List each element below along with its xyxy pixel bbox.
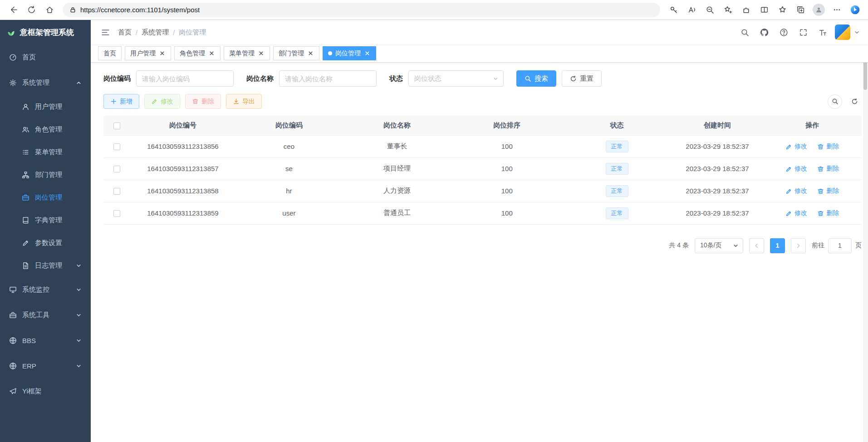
collections-button[interactable] [792,2,809,18]
row-edit-link[interactable]: 修改 [785,209,807,217]
row-delete-link[interactable]: 删除 [817,165,839,173]
add-button[interactable]: 新增 [103,94,139,109]
address-bar[interactable]: https://ccnetcore.com:1101/system/post [63,3,660,17]
tab-close-icon[interactable] [159,50,166,57]
show-search-button[interactable] [828,94,842,109]
user-avatar[interactable] [835,25,850,40]
status-select[interactable]: 岗位状态 [408,70,504,87]
cell-post-id: 1641030593112313859 [147,209,218,217]
star-plus-icon [724,5,732,14]
modify-button-label: 修改 [161,98,173,106]
next-page-button[interactable] [791,238,806,253]
row-edit-link[interactable]: 修改 [785,142,807,151]
split-screen-button[interactable] [755,2,773,18]
sidebar-item-erp[interactable]: ERP [0,353,91,378]
github-button[interactable] [757,25,771,39]
column-header-created: 创建时间 [672,116,763,135]
export-button[interactable]: 导出 [226,94,262,109]
sidebar-item-menu-management[interactable]: 菜单管理 [0,141,91,163]
row-checkbox[interactable] [113,188,120,195]
browser-menu-button[interactable] [828,2,845,18]
browser-scrollbar[interactable] [863,20,868,442]
row-delete-link[interactable]: 删除 [817,209,839,217]
extensions-button[interactable] [737,2,755,18]
help-button[interactable] [776,25,791,39]
row-checkbox[interactable] [113,210,120,217]
tab-close-icon[interactable] [258,50,265,57]
font-size-button[interactable] [815,25,830,39]
column-header-post-sort: 岗位排序 [452,116,562,135]
sidebar-item-dict-management[interactable]: 字典管理 [0,209,91,231]
search-button[interactable]: 搜索 [516,70,556,87]
page-size-select[interactable]: 10条/页 [695,238,743,253]
password-manager-button[interactable] [665,2,682,18]
page-number-1[interactable]: 1 [770,238,785,253]
row-checkbox[interactable] [113,143,120,150]
app-window: 意框架管理系统 首页 系统管理 用户管理 角色管理 [0,20,868,442]
read-aloud-icon [687,5,696,14]
row-checkbox[interactable] [113,166,120,172]
collections-icon [796,5,805,14]
delete-button[interactable]: 删除 [185,94,221,109]
favorites-button[interactable] [774,2,791,18]
sidebar-item-dept-management[interactable]: 部门管理 [0,163,91,186]
fullscreen-button[interactable] [796,25,810,39]
sidebar-item-label: 角色管理 [35,125,82,134]
tab-close-icon[interactable] [307,50,314,57]
read-aloud-button[interactable] [683,2,700,18]
row-delete-link[interactable]: 删除 [817,142,839,151]
header-search-button[interactable] [737,25,752,39]
add-favorite-button[interactable] [719,2,736,18]
sidebar-item-role-management[interactable]: 角色管理 [0,118,91,141]
sidebar-item-home[interactable]: 首页 [0,44,91,70]
sidebar-item-param-settings[interactable]: 参数设置 [0,231,91,254]
sidebar-item-log-management[interactable]: 日志管理 [0,254,91,277]
row-delete-link[interactable]: 删除 [817,187,839,195]
sidebar-item-system-tools[interactable]: 系统工具 [0,302,91,328]
monitor-icon [9,286,17,294]
row-edit-link[interactable]: 修改 [785,165,807,173]
sidebar-item-system-monitor[interactable]: 系统监控 [0,277,91,302]
sidebar-item-label: Yi框架 [22,387,82,396]
chevron-down-icon [76,263,82,269]
avatar-dropdown-caret[interactable] [854,29,860,35]
browser-home-button[interactable] [41,2,58,18]
post-name-input[interactable] [279,70,377,87]
column-header-post-code: 岗位编码 [236,116,342,135]
tab-dept-management[interactable]: 部门管理 [273,46,319,60]
prev-page-button[interactable] [749,238,764,253]
tab-home[interactable]: 首页 [98,46,122,60]
sidebar-item-post-management[interactable]: 岗位管理 [0,186,91,209]
browser-refresh-button[interactable] [23,2,40,18]
tab-post-management[interactable]: 岗位管理 [323,46,376,60]
split-screen-icon [760,5,769,14]
tab-user-management[interactable]: 用户管理 [125,46,171,60]
tab-close-icon[interactable] [208,50,215,57]
bing-chat-button[interactable] [846,2,863,18]
zoom-button[interactable] [701,2,718,18]
sidebar-item-system-management[interactable]: 系统管理 [0,70,91,95]
page-size-value: 10条/页 [700,241,721,250]
sidebar-item-label: 首页 [22,53,82,62]
breadcrumb-home[interactable]: 首页 [118,28,132,37]
post-code-label: 岗位编码 [103,74,131,83]
tab-close-icon[interactable] [364,50,371,57]
browser-back-button[interactable] [5,2,22,18]
sidebar-item-bbs[interactable]: BBS [0,328,91,353]
breadcrumb: 首页 / 系统管理 / 岗位管理 [118,28,206,37]
sidebar-item-user-management[interactable]: 用户管理 [0,95,91,118]
cell-post-code: ceo [284,142,294,150]
row-edit-link[interactable]: 修改 [785,187,807,195]
goto-page-input[interactable] [828,238,852,253]
sidebar-item-yi-framework[interactable]: Yi框架 [0,378,91,404]
tab-role-management[interactable]: 角色管理 [174,46,221,60]
select-all-checkbox[interactable] [113,123,120,129]
refresh-table-button[interactable] [847,94,862,109]
reset-button[interactable]: 重置 [562,70,602,87]
sidebar-toggle-button[interactable] [97,24,113,40]
post-code-input[interactable] [136,70,234,87]
browser-profile-button[interactable] [810,2,827,18]
modify-button[interactable]: 修改 [144,94,180,109]
breadcrumb-system[interactable]: 系统管理 [142,28,169,37]
tab-menu-management[interactable]: 菜单管理 [224,46,270,60]
